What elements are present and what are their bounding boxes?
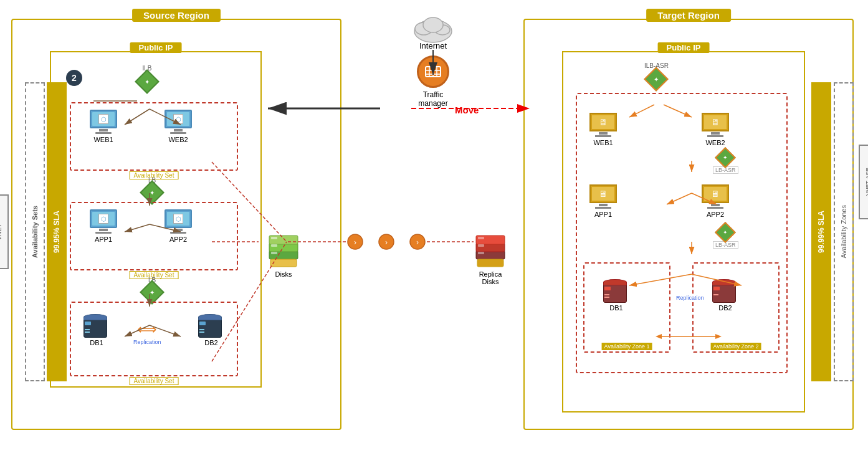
source-lb2-icon: ✦ (140, 280, 165, 305)
svg-rect-4 (271, 244, 277, 247)
source-web2-icon: ⬡ (165, 110, 192, 128)
target-web2-icon: 🖥 (702, 113, 729, 131)
svg-rect-6 (270, 259, 297, 267)
svg-text:›: › (385, 238, 388, 247)
source-db-avail-set-box: DB1 ⟺ Replication DB2 (70, 302, 238, 376)
target-public-ip-label: Public IP (658, 42, 710, 53)
source-vnet-box: VNET (0, 194, 9, 269)
svg-point-43 (379, 234, 394, 249)
target-db2-label: DB2 (718, 304, 732, 312)
source-badge-number: 2 (66, 70, 82, 86)
svg-point-10 (423, 17, 443, 32)
source-web1-label: WEB1 (93, 136, 113, 143)
source-replication-block: ⟺ Replication (133, 322, 161, 345)
source-ilb-icon: ✦ (135, 69, 160, 94)
target-db1-block: DB1 (603, 273, 629, 312)
target-app2-icon: 🖥 (702, 184, 729, 203)
source-public-ip-box: Public IP 2 ILB ✦ (50, 51, 262, 388)
target-web1-label: WEB1 (593, 139, 613, 146)
internet-label: Internet (419, 41, 447, 50)
source-region-box: Source Region Availability Sets 99.95% S… (11, 19, 341, 430)
target-lb-asr-1-block: ✦ LB-ASR (713, 150, 738, 174)
source-avail-sets-sidebar: Availability Sets (25, 82, 45, 381)
source-ilb-block: ILB ✦ (138, 65, 156, 90)
source-lb-1-block: LB ✦ (143, 177, 161, 201)
target-inner-dashed-box: 🖥 WEB1 🖥 WEB2 (576, 93, 788, 373)
traffic-manager-svg (423, 62, 443, 82)
target-vnet-box: VNET-ASR (859, 145, 868, 219)
traffic-manager-block: Trafficmanager (361, 55, 505, 108)
svg-point-41 (348, 234, 363, 249)
svg-point-45 (410, 234, 425, 249)
target-db1-icon (603, 273, 629, 303)
source-web2-label: WEB2 (168, 136, 188, 143)
target-sla-sidebar: 99.99% SLA (811, 82, 831, 381)
target-app2-block: 🖥 APP2 (702, 184, 729, 218)
target-web2-block: 🖥 WEB2 (702, 113, 729, 146)
traffic-manager-label: Trafficmanager (418, 90, 447, 108)
source-vnet-label: VNET (0, 224, 2, 241)
target-ilb-asr-icon: ✦ (644, 67, 669, 92)
internet-block: Internet (361, 12, 505, 50)
source-lb-2-block: LB ✦ (143, 277, 161, 301)
source-disks-label: Disks (275, 270, 292, 278)
source-public-ip-label: Public IP (130, 42, 182, 53)
target-avail-zone-1-box: DB1 Availability Zone 1 (583, 262, 670, 353)
source-disks-icon (268, 232, 299, 269)
target-avail-zones-label: Availability Zones (840, 205, 847, 258)
svg-rect-22 (478, 252, 484, 254)
internet-cloud-icon (411, 12, 455, 44)
source-replication-arrows: ⟺ (137, 322, 157, 338)
target-db1-label: DB1 (609, 304, 622, 312)
source-app2-label: APP2 (169, 236, 187, 243)
svg-rect-5 (271, 252, 277, 254)
target-web1-block: 🖥 WEB1 (589, 113, 617, 146)
svg-rect-20 (478, 237, 484, 239)
source-db1-block: DB1 (83, 308, 110, 346)
source-db2-label: DB2 (204, 339, 217, 346)
traffic-manager-icon (417, 55, 449, 88)
svg-text:›: › (354, 238, 356, 247)
target-web1-icon: 🖥 (589, 113, 617, 131)
target-avail-zone-2-label: Availability Zone 2 (711, 343, 761, 350)
target-db2-icon (712, 273, 738, 303)
target-replication-label: Replication (675, 295, 705, 301)
target-db2-block: DB2 (712, 273, 738, 312)
source-web1-icon: ⬡ (90, 110, 117, 128)
source-region-label: Source Region (132, 9, 221, 22)
target-avail-zone-1-label: Availability Zone 1 (602, 343, 652, 350)
target-web2-label: WEB2 (705, 139, 725, 146)
source-replication-label: Replication (133, 339, 161, 345)
target-lb-asr-1-icon: ✦ (715, 147, 736, 168)
svg-rect-21 (478, 244, 484, 247)
source-db-avail-set-label: Availability Set (130, 377, 179, 385)
replica-disks-block: ReplicaDisks (475, 232, 506, 285)
target-app2-label: APP2 (707, 211, 724, 218)
source-lb1-icon: ✦ (140, 180, 165, 205)
target-ilb-asr-block: ILB-ASR ✦ (644, 62, 669, 88)
source-disks-block: Disks (268, 232, 299, 278)
svg-text:›: › (416, 238, 419, 247)
source-app1-block: ⬡ APP1 (90, 209, 117, 243)
source-app1-label: APP1 (95, 236, 112, 243)
source-web-avail-set-box: ⬡ WEB1 ⬡ (70, 102, 238, 171)
source-app1-icon: ⬡ (90, 209, 117, 228)
source-avail-sets-label: Availability Sets (31, 206, 39, 258)
source-db1-icon (83, 308, 110, 338)
target-lb-asr-2-block: ✦ LB-ASR (713, 225, 738, 249)
svg-rect-23 (477, 259, 503, 267)
target-app1-icon: 🖥 (589, 184, 617, 203)
target-lb-asr-2-icon: ✦ (715, 222, 736, 243)
target-sla-label: 99.99% SLA (817, 211, 826, 253)
source-badge: 2 (66, 70, 82, 86)
replica-disks-icon (475, 232, 506, 269)
target-region-label: Target Region (646, 9, 731, 22)
source-app2-icon: ⬡ (165, 209, 192, 228)
source-db2-block: DB2 (198, 308, 224, 346)
source-app2-block: ⬡ APP2 (165, 209, 192, 243)
target-public-ip-box: Public IP ILB-ASR ✦ 🖥 (562, 51, 805, 412)
target-vnet-label: VNET-ASR (865, 168, 868, 196)
target-app1-block: 🖥 APP1 (589, 184, 617, 218)
target-avail-zones-sidebar: Availability Zones (834, 82, 854, 381)
target-app1-label: APP1 (594, 211, 612, 218)
